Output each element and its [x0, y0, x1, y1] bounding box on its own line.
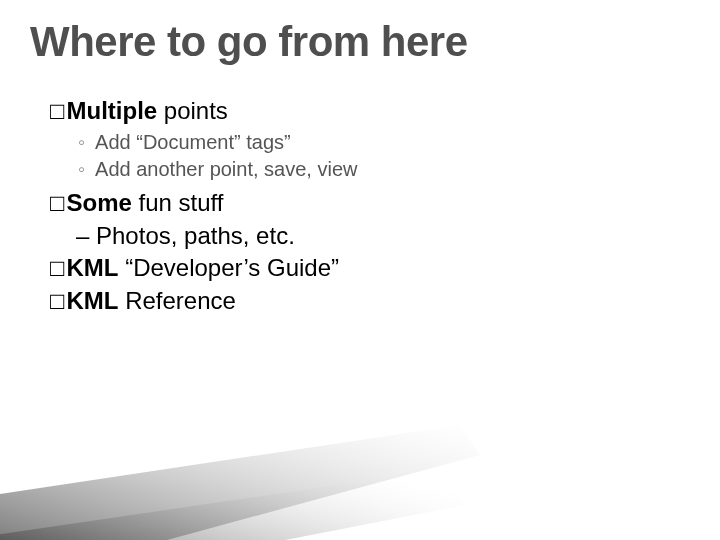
square-bullet-icon: □ — [50, 285, 65, 317]
square-bullet-icon: □ — [50, 252, 65, 284]
sub-bullet: ◦ Add “Document” tags” — [78, 129, 650, 156]
bullet-kml-reference: □KML Reference — [50, 285, 650, 317]
sub-bullet-text: Add another point, save, view — [95, 156, 357, 183]
bullet-kml-dev-guide: □KML “Developer’s Guide” — [50, 252, 650, 284]
slide: Where to go from here □Multiple points ◦… — [0, 0, 720, 540]
svg-marker-0 — [0, 425, 480, 540]
chevron-bullet-icon: ◦ — [78, 156, 85, 183]
square-bullet-icon: □ — [50, 95, 65, 127]
bullet-multiple-points: □Multiple points — [50, 95, 650, 127]
slide-title: Where to go from here — [30, 18, 468, 66]
sub-bullet-text: Add “Document” tags” — [95, 129, 291, 156]
slide-body: □Multiple points ◦ Add “Document” tags” … — [50, 95, 650, 317]
svg-marker-1 — [0, 470, 465, 540]
bullet-continuation: – Photos, paths, etc. — [50, 220, 650, 252]
chevron-bullet-icon: ◦ — [78, 129, 85, 156]
decorative-wedge — [0, 410, 480, 540]
sub-list: ◦ Add “Document” tags” ◦ Add another poi… — [50, 129, 650, 183]
sub-bullet: ◦ Add another point, save, view — [78, 156, 650, 183]
bullet-some-fun-stuff: □Some fun stuff — [50, 187, 650, 219]
square-bullet-icon: □ — [50, 187, 65, 219]
